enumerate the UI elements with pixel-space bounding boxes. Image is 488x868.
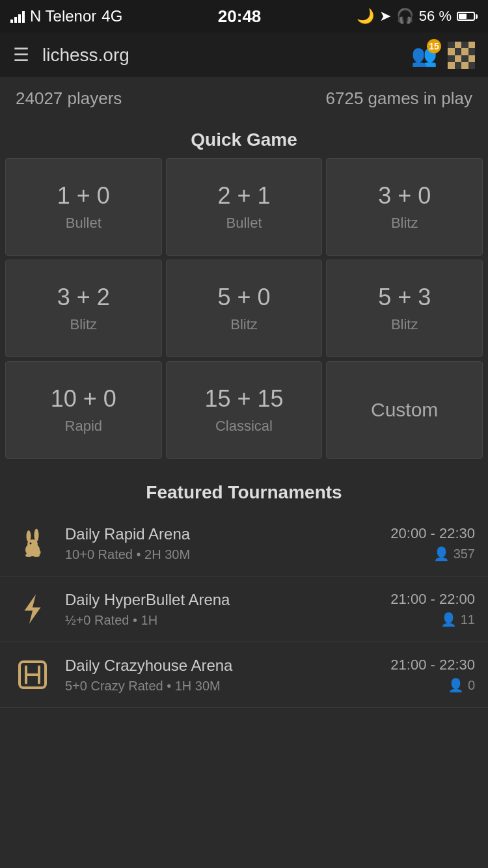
game-cell-1plus0[interactable]: 1 + 0 Bullet — [5, 158, 162, 256]
tournament-time-rapid: 20:00 - 22:30 — [390, 525, 475, 542]
crazyhouse-icon — [13, 655, 52, 694]
time-display: 20:48 — [218, 7, 262, 27]
menu-button[interactable]: ☰ — [13, 44, 29, 66]
game-type-label: Bullet — [226, 215, 262, 232]
carrier-text: N Telenor — [30, 7, 96, 25]
tournament-details-hyperbullet: ½+0 Rated • 1H — [65, 613, 390, 628]
game-type-label: Bullet — [66, 215, 102, 232]
stats-bar: 24027 players 6725 games in play — [0, 78, 488, 119]
battery-percent: 56 % — [419, 8, 452, 25]
players-count: 24027 players — [16, 88, 122, 109]
players-icon: 👤 — [448, 677, 464, 693]
game-type-label: Blitz — [230, 316, 258, 333]
tournament-players-crazyhouse: 👤 0 — [448, 677, 475, 693]
tournament-item-crazyhouse[interactable]: Daily Crazyhouse Arena 5+0 Crazy Rated •… — [0, 642, 488, 708]
svg-point-2 — [27, 530, 31, 542]
board-icon[interactable] — [448, 42, 475, 69]
game-custom-label: Custom — [371, 399, 438, 421]
tournament-details-rapid: 10+0 Rated • 2H 30M — [65, 547, 390, 562]
tournament-meta-crazyhouse: 21:00 - 22:30 👤 0 — [390, 657, 475, 693]
tournament-players-hyperbullet: 👤 11 — [441, 612, 475, 627]
svg-point-3 — [34, 529, 39, 542]
status-left: N Telenor 4G — [10, 7, 122, 25]
game-type-label: Blitz — [391, 316, 418, 333]
tournament-time-hyperbullet: 21:00 - 22:00 — [390, 591, 475, 608]
players-icon: 👤 — [433, 546, 450, 562]
game-cell-2plus1[interactable]: 2 + 1 Bullet — [166, 158, 323, 256]
tournament-name-hyperbullet: Daily HyperBullet Arena — [65, 591, 390, 609]
featured-tournaments-section: Featured Tournaments Daily Rapid Arena — [0, 472, 488, 708]
header-icons: 👥 15 — [411, 42, 475, 69]
header: ☰ lichess.org 👥 15 — [0, 33, 488, 78]
players-count-crazyhouse: 0 — [468, 678, 475, 693]
notification-badge: 15 — [427, 39, 441, 53]
location-icon: ➤ — [379, 8, 391, 25]
tournament-time-crazyhouse: 21:00 - 22:30 — [390, 657, 475, 673]
status-right: 🌙 ➤ 🎧 56 % — [357, 8, 478, 25]
site-title: lichess.org — [42, 45, 411, 66]
game-time-label: 5 + 0 — [217, 284, 270, 311]
tournament-meta-rapid: 20:00 - 22:30 👤 357 — [390, 525, 475, 562]
game-cell-3plus0[interactable]: 3 + 0 Blitz — [326, 158, 483, 256]
game-time-label: 3 + 0 — [378, 182, 431, 210]
quick-game-section: Quick Game 1 + 0 Bullet 2 + 1 Bullet 3 +… — [0, 119, 488, 459]
game-time-label: 2 + 1 — [217, 182, 270, 210]
game-cell-5plus0[interactable]: 5 + 0 Blitz — [166, 260, 323, 357]
game-time-label: 10 + 0 — [51, 385, 116, 413]
game-cell-5plus3[interactable]: 5 + 3 Blitz — [326, 260, 483, 357]
svg-marker-8 — [25, 595, 41, 624]
moon-icon: 🌙 — [357, 8, 374, 25]
players-icon: 👤 — [441, 612, 457, 627]
game-time-label: 5 + 3 — [378, 284, 431, 311]
game-type-label: Rapid — [65, 418, 102, 435]
games-count: 6725 games in play — [326, 88, 472, 109]
community-button[interactable]: 👥 15 — [411, 43, 437, 68]
tournament-info-hyperbullet: Daily HyperBullet Arena ½+0 Rated • 1H — [65, 591, 390, 628]
network-text: 4G — [102, 7, 122, 25]
tournament-item-hyperbullet[interactable]: Daily HyperBullet Arena ½+0 Rated • 1H 2… — [0, 576, 488, 642]
signal-icon — [10, 10, 25, 23]
tournament-meta-hyperbullet: 21:00 - 22:00 👤 11 — [390, 591, 475, 627]
game-cell-custom[interactable]: Custom — [326, 361, 483, 459]
game-type-label: Classical — [215, 418, 273, 435]
tournament-name-rapid: Daily Rapid Arena — [65, 525, 390, 543]
tournament-details-crazyhouse: 5+0 Crazy Rated • 1H 30M — [65, 679, 390, 694]
game-type-label: Blitz — [391, 215, 418, 232]
svg-point-6 — [25, 554, 32, 557]
game-cell-10plus0[interactable]: 10 + 0 Rapid — [5, 361, 162, 459]
game-cell-3plus2[interactable]: 3 + 2 Blitz — [5, 260, 162, 357]
game-cell-15plus15[interactable]: 15 + 15 Classical — [166, 361, 323, 459]
status-bar: N Telenor 4G 20:48 🌙 ➤ 🎧 56 % — [0, 0, 488, 33]
players-count-rapid: 357 — [454, 547, 475, 562]
game-time-label: 1 + 0 — [57, 182, 110, 210]
tournament-name-crazyhouse: Daily Crazyhouse Arena — [65, 657, 390, 675]
headphones-icon: 🎧 — [396, 8, 414, 25]
game-time-label: 15 + 15 — [204, 385, 283, 413]
game-time-label: 3 + 2 — [57, 284, 110, 311]
tournament-info-crazyhouse: Daily Crazyhouse Arena 5+0 Crazy Rated •… — [65, 657, 390, 694]
battery-icon — [457, 12, 478, 21]
bolt-icon — [13, 590, 52, 629]
tournament-players-rapid: 👤 357 — [433, 546, 475, 562]
rabbit-icon — [13, 524, 52, 563]
game-grid: 1 + 0 Bullet 2 + 1 Bullet 3 + 0 Blitz 3 … — [0, 158, 488, 459]
tournament-item-rapid[interactable]: Daily Rapid Arena 10+0 Rated • 2H 30M 20… — [0, 511, 488, 576]
tournament-info-rapid: Daily Rapid Arena 10+0 Rated • 2H 30M — [65, 525, 390, 562]
game-type-label: Blitz — [70, 316, 98, 333]
svg-point-7 — [33, 554, 40, 557]
tournaments-title: Featured Tournaments — [0, 472, 488, 511]
quick-game-title: Quick Game — [0, 119, 488, 158]
players-count-hyperbullet: 11 — [461, 612, 475, 627]
svg-point-4 — [30, 543, 32, 545]
